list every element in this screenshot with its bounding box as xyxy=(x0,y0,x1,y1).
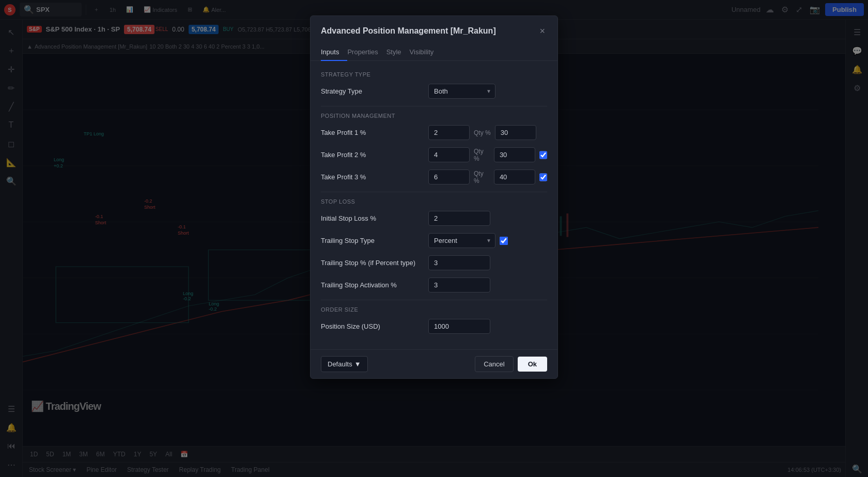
trailing-type-label: Trailing Stop Type xyxy=(321,237,424,244)
initial-sl-row: Initial Stop Loss % xyxy=(321,211,547,226)
tp3-row: Take Profit 3 % Qty % xyxy=(321,170,547,184)
strategy-type-label: Strategy Type xyxy=(321,87,424,95)
tp2-qty-input[interactable] xyxy=(494,147,535,162)
footer-actions: Cancel Ok xyxy=(475,356,547,372)
trailing-type-row: Trailing Stop Type Percent ATR Fixed ▼ xyxy=(321,233,547,248)
initial-sl-label: Initial Stop Loss % xyxy=(321,214,424,222)
strategy-type-select-wrapper: Both Long Only Short Only ▼ xyxy=(428,84,495,99)
strategy-type-select[interactable]: Both Long Only Short Only xyxy=(428,84,495,99)
trailing-type-select-wrapper: Percent ATR Fixed ▼ xyxy=(428,233,495,248)
modal-dialog: Advanced Position Management [Mr_Rakun] … xyxy=(310,16,558,379)
trailing-pct-input[interactable] xyxy=(428,255,490,270)
tp1-qty-label: Qty % xyxy=(474,129,491,136)
defaults-arrow-icon: ▼ xyxy=(354,360,361,368)
sep2 xyxy=(321,192,547,192)
section-strategy-type-label: STRATEGY TYPE xyxy=(321,71,547,78)
tp2-input[interactable] xyxy=(428,147,470,162)
modal-tabs: Inputs Properties Style Visibility xyxy=(311,44,557,61)
tp3-checkbox[interactable] xyxy=(539,173,547,181)
ok-button[interactable]: Ok xyxy=(518,357,547,372)
tp3-label: Take Profit 3 % xyxy=(321,173,424,181)
defaults-label: Defaults xyxy=(328,360,352,368)
section-order-size-label: ORDER SIZE xyxy=(321,306,547,313)
tp2-label: Take Profit 2 % xyxy=(321,151,424,159)
sep3 xyxy=(321,300,547,300)
strategy-type-row: Strategy Type Both Long Only Short Only … xyxy=(321,84,547,99)
tab-style[interactable]: Style xyxy=(386,44,410,61)
modal-footer: Defaults ▼ Cancel Ok xyxy=(311,349,557,378)
defaults-button[interactable]: Defaults ▼ xyxy=(321,356,368,372)
tp1-row: Take Profit 1 % Qty % xyxy=(321,125,547,140)
tab-visibility[interactable]: Visibility xyxy=(410,44,442,61)
tp3-input[interactable] xyxy=(428,170,470,184)
modal-content: STRATEGY TYPE Strategy Type Both Long On… xyxy=(311,61,557,349)
trailing-type-select[interactable]: Percent ATR Fixed xyxy=(428,233,495,248)
tp2-qty-label: Qty % xyxy=(474,148,490,162)
section-position-management-label: POSITION MANAGEMENT xyxy=(321,113,547,119)
tp2-checkbox[interactable] xyxy=(539,151,547,159)
trailing-activation-row: Trailing Stop Activation % xyxy=(321,278,547,293)
tp1-input[interactable] xyxy=(428,125,470,140)
position-size-row: Position Size (USD) xyxy=(321,319,547,334)
trailing-pct-row: Trailing Stop % (if Percent type) xyxy=(321,255,547,270)
trailing-pct-label: Trailing Stop % (if Percent type) xyxy=(321,259,424,267)
trailing-activation-label: Trailing Stop Activation % xyxy=(321,281,424,289)
initial-sl-input[interactable] xyxy=(428,211,490,226)
position-size-input[interactable] xyxy=(428,319,490,334)
position-size-label: Position Size (USD) xyxy=(321,322,424,330)
tab-properties[interactable]: Properties xyxy=(347,44,386,61)
tab-inputs[interactable]: Inputs xyxy=(321,44,347,61)
trailing-type-checkbox[interactable] xyxy=(500,237,508,245)
tp3-qty-input[interactable] xyxy=(494,170,535,184)
tp2-row: Take Profit 2 % Qty % xyxy=(321,147,547,162)
modal-title: Advanced Position Management [Mr_Rakun] xyxy=(321,26,496,36)
modal-close-button[interactable]: × xyxy=(537,24,547,38)
tp1-label: Take Profit 1 % xyxy=(321,129,424,136)
trailing-activation-input[interactable] xyxy=(428,278,490,293)
section-stop-loss-label: STOP LOSS xyxy=(321,198,547,205)
modal-overlay: Advanced Position Management [Mr_Rakun] … xyxy=(0,0,868,477)
modal-header: Advanced Position Management [Mr_Rakun] … xyxy=(311,16,557,38)
tp1-qty-input[interactable] xyxy=(495,125,536,140)
tp3-qty-label: Qty % xyxy=(474,170,490,184)
cancel-button[interactable]: Cancel xyxy=(475,356,513,372)
sep1 xyxy=(321,106,547,106)
